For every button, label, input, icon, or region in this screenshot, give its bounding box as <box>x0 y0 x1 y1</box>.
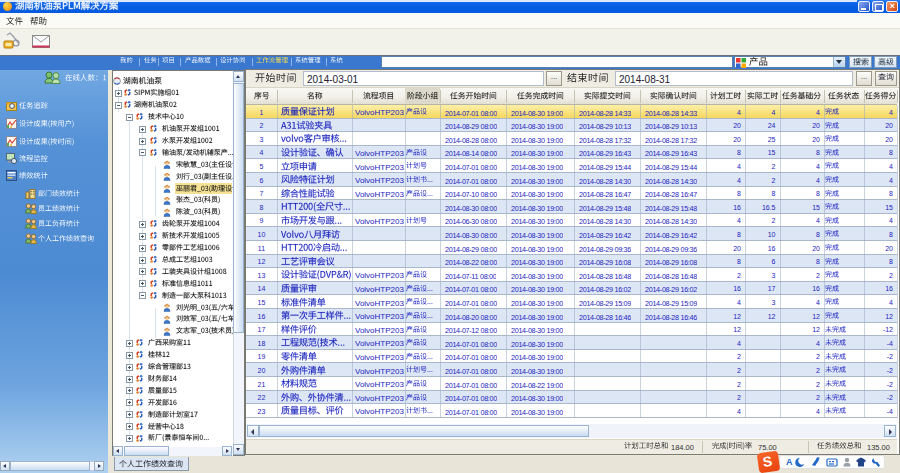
svg-text:A: A <box>786 457 793 467</box>
